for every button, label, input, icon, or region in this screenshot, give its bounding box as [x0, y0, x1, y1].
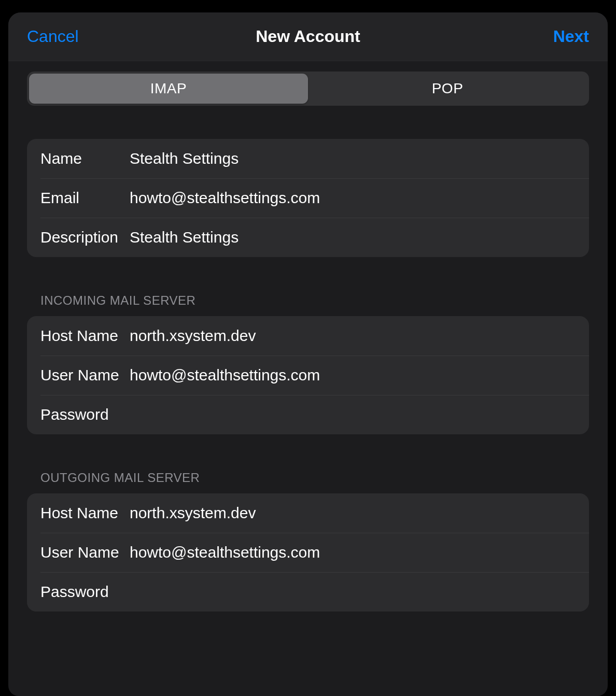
row-name: Name	[27, 139, 589, 178]
outgoing-server-group: Host Name User Name Password	[27, 493, 589, 612]
tab-pop[interactable]: POP	[308, 74, 587, 104]
outgoing-host-label: Host Name	[40, 504, 130, 522]
incoming-password-input[interactable]	[130, 406, 576, 423]
row-outgoing-password: Password	[27, 572, 589, 612]
account-info-group: Name Email Description	[27, 139, 589, 257]
page-title: New Account	[256, 27, 360, 46]
row-incoming-password: Password	[27, 395, 589, 434]
cancel-button[interactable]: Cancel	[27, 27, 79, 46]
outgoing-header: Outgoing Mail Server	[40, 471, 589, 485]
description-label: Description	[40, 229, 130, 246]
row-email: Email	[27, 178, 589, 218]
incoming-header: Incoming Mail Server	[40, 293, 589, 308]
outgoing-password-input[interactable]	[130, 583, 576, 601]
description-input[interactable]	[130, 229, 576, 246]
incoming-user-label: User Name	[40, 366, 130, 384]
outgoing-password-label: Password	[40, 583, 130, 601]
new-account-sheet: Cancel New Account Next IMAP POP Name Em…	[8, 12, 608, 696]
email-label: Email	[40, 189, 130, 207]
incoming-host-label: Host Name	[40, 327, 130, 345]
content-area: IMAP POP Name Email Description Incoming…	[8, 61, 608, 612]
outgoing-host-input[interactable]	[130, 504, 576, 522]
incoming-host-input[interactable]	[130, 327, 576, 345]
email-input[interactable]	[130, 189, 576, 207]
row-description: Description	[27, 218, 589, 257]
row-incoming-user: User Name	[27, 356, 589, 395]
nav-bar: Cancel New Account Next	[8, 12, 608, 61]
outgoing-user-label: User Name	[40, 544, 130, 561]
name-input[interactable]	[130, 150, 576, 167]
incoming-password-label: Password	[40, 406, 130, 423]
row-outgoing-host: Host Name	[27, 493, 589, 533]
row-incoming-host: Host Name	[27, 316, 589, 356]
tab-imap[interactable]: IMAP	[29, 74, 308, 104]
protocol-segmented-control: IMAP POP	[27, 72, 589, 106]
name-label: Name	[40, 150, 130, 167]
next-button[interactable]: Next	[553, 27, 589, 46]
outgoing-user-input[interactable]	[130, 544, 576, 561]
row-outgoing-user: User Name	[27, 533, 589, 572]
incoming-user-input[interactable]	[130, 366, 576, 384]
incoming-server-group: Host Name User Name Password	[27, 316, 589, 434]
